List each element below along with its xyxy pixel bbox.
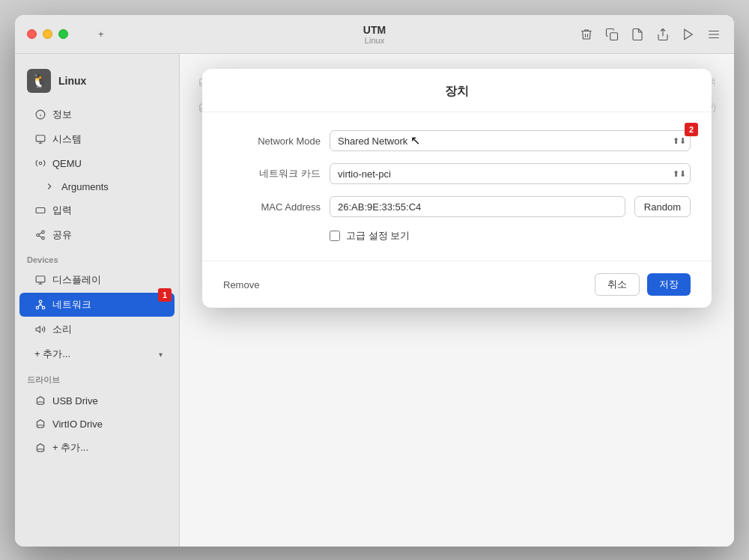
system-icon — [34, 133, 46, 145]
minimize-button[interactable] — [43, 29, 52, 39]
sidebar-item-system[interactable]: 시스템 — [19, 127, 175, 151]
svg-point-12 — [39, 162, 42, 165]
dialog-body: Network Mode Shared Network ⬆⬇ 2 ↖ — [202, 112, 712, 261]
sidebar-item-add-drive[interactable]: + 추가... — [19, 436, 175, 460]
vm-icon: 🐧 — [27, 69, 51, 93]
remove-button[interactable]: Remove — [223, 279, 259, 290]
dialog-footer: Remove 취소 저장 — [202, 261, 712, 308]
svg-point-24 — [42, 306, 45, 309]
sidebar-item-add-device[interactable]: + 추가... ▾ — [19, 342, 175, 366]
svg-line-18 — [39, 233, 42, 234]
sidebar-item-arguments-label: Arguments — [61, 181, 109, 192]
chevron-down-icon: ▾ — [159, 350, 163, 359]
svg-marker-2 — [685, 29, 693, 40]
sidebar-item-sound-label: 소리 — [52, 323, 72, 336]
main-panel: 공유폴더 탐색 CD/DVD (empty) 장치 — [180, 54, 734, 547]
svg-marker-25 — [36, 326, 40, 332]
devices-section-label: Devices — [15, 248, 179, 267]
play-button[interactable] — [680, 26, 697, 43]
cancel-button[interactable]: 취소 — [595, 273, 640, 296]
svg-rect-19 — [36, 276, 45, 282]
sound-icon — [34, 323, 46, 335]
sidebar-item-add-drive-label: + 추가... — [52, 441, 88, 454]
document-button[interactable] — [629, 26, 646, 43]
network-mode-select[interactable]: Shared Network — [330, 130, 691, 151]
window-title: UTM — [363, 24, 386, 36]
sidebar-item-network[interactable]: 네트워크 1 — [19, 293, 175, 317]
sidebar-item-display-label: 디스플레이 — [52, 273, 101, 287]
titlebar: + UTM Linux — [15, 15, 734, 54]
dialog-overlay: 장치 Network Mode Shared Network ⬆⬇ 2 — [180, 54, 734, 547]
sidebar-item-arguments[interactable]: Arguments — [19, 175, 175, 198]
sidebar-item-usb-label: USB Drive — [52, 395, 98, 407]
close-button[interactable] — [27, 29, 37, 39]
network-card-row: 네트워크 카드 virtio-net-pci ⬆⬇ — [223, 163, 691, 184]
dialog-title: 장치 — [223, 84, 691, 100]
sidebar-item-virtio-drive[interactable]: VirtIO Drive — [19, 413, 175, 435]
display-icon — [34, 274, 46, 286]
mac-address-input[interactable] — [330, 196, 625, 217]
sidebar-item-share[interactable]: 공유 — [19, 223, 175, 247]
sidebar-item-usb-drive[interactable]: USB Drive — [19, 389, 175, 412]
sidebar-item-virtio-label: VirtIO Drive — [52, 419, 103, 430]
network-card-select-wrapper: virtio-net-pci ⬆⬇ — [330, 163, 691, 184]
sidebar-item-sound[interactable]: 소리 — [19, 317, 175, 341]
share-button[interactable] — [655, 26, 671, 43]
network-mode-row: Network Mode Shared Network ⬆⬇ 2 ↖ — [223, 130, 691, 151]
add-device-label: + 추가... — [34, 347, 70, 361]
vm-name: Linux — [58, 75, 86, 87]
trash-button[interactable] — [578, 26, 595, 43]
sidebar-item-share-label: 공유 — [52, 228, 72, 242]
svg-point-27 — [37, 425, 43, 428]
share-icon — [34, 229, 46, 241]
save-button[interactable]: 저장 — [647, 273, 691, 296]
mac-address-row: MAC Address Remove Random — [223, 196, 691, 217]
svg-point-26 — [37, 402, 43, 405]
main-window: + UTM Linux — [15, 15, 734, 547]
svg-point-14 — [42, 231, 45, 234]
mac-address-label: MAC Address — [223, 201, 321, 213]
sidebar-item-info[interactable]: 정보 — [19, 103, 175, 127]
advanced-settings-checkbox[interactable] — [330, 231, 340, 241]
svg-point-15 — [37, 234, 40, 237]
sidebar-item-info-label: 정보 — [52, 108, 72, 121]
svg-line-17 — [39, 236, 42, 237]
svg-point-23 — [36, 306, 39, 309]
copy-button[interactable] — [604, 26, 620, 43]
sidebar-item-system-label: 시스템 — [52, 133, 82, 146]
sidebar-item-input-label: 입력 — [52, 204, 72, 217]
annotation-badge-2: 2 — [685, 123, 698, 136]
traffic-lights — [27, 29, 68, 39]
network-card-select[interactable]: virtio-net-pci — [330, 163, 691, 184]
svg-point-16 — [42, 237, 45, 240]
sidebar-item-qemu[interactable]: QEMU — [19, 152, 175, 174]
sidebar-item-network-label: 네트워크 — [52, 298, 91, 311]
network-dialog: 장치 Network Mode Shared Network ⬆⬇ 2 — [202, 69, 712, 308]
sidebar-item-qemu-label: QEMU — [52, 158, 82, 169]
add-drive-icon — [34, 442, 46, 454]
sidebar: 🐧 Linux 정보 시스템 — [15, 54, 180, 547]
network-mode-select-wrapper: Shared Network ⬆⬇ 2 ↖ — [330, 130, 691, 151]
settings-button[interactable] — [706, 26, 722, 43]
svg-rect-13 — [36, 208, 45, 213]
arguments-icon — [43, 180, 55, 192]
vm-header: 🐧 Linux — [15, 63, 179, 102]
footer-actions: 취소 저장 — [595, 273, 691, 296]
plus-icon: + — [98, 28, 104, 40]
titlebar-actions — [578, 26, 722, 43]
sidebar-item-display[interactable]: 디스플레이 — [19, 268, 175, 292]
usb-drive-icon — [34, 395, 46, 407]
info-icon — [34, 109, 46, 121]
qemu-icon — [34, 157, 46, 169]
network-card-label: 네트워크 카드 — [223, 167, 321, 180]
input-icon — [34, 204, 46, 216]
window-subtitle: Linux — [363, 36, 386, 45]
maximize-button[interactable] — [58, 29, 68, 39]
random-mac-button[interactable]: Random — [634, 196, 691, 217]
network-icon — [34, 299, 46, 311]
sidebar-item-input[interactable]: 입력 — [19, 198, 175, 222]
virtio-drive-icon — [34, 418, 46, 430]
drives-section-label: 드라이브 — [15, 367, 179, 389]
add-vm-button[interactable]: + — [98, 28, 104, 40]
advanced-settings-label[interactable]: 고급 설정 보기 — [346, 229, 410, 243]
